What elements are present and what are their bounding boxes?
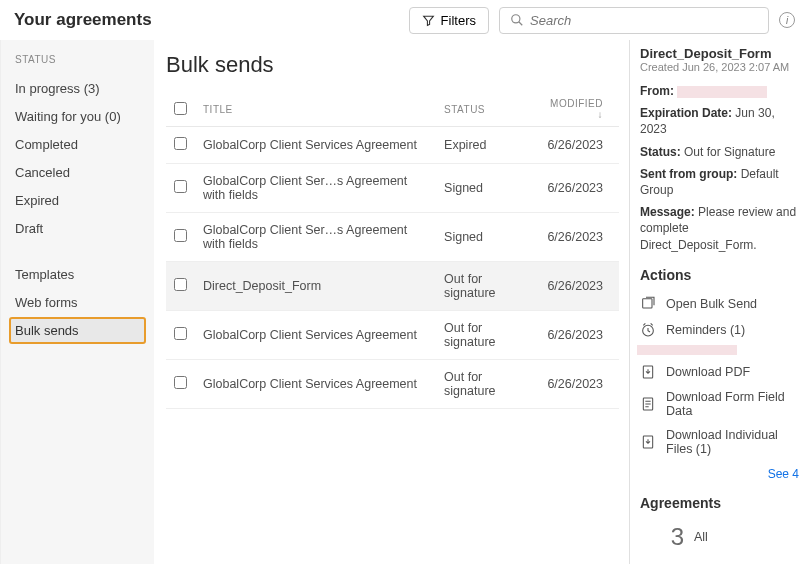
row-checkbox[interactable] bbox=[174, 278, 187, 291]
search-input[interactable] bbox=[530, 13, 758, 28]
row-status: Signed bbox=[436, 164, 534, 213]
col-modified[interactable]: MODIFIED↓ bbox=[534, 92, 619, 127]
action-download-form-data[interactable]: Download Form Field Data bbox=[640, 385, 799, 423]
clock-icon bbox=[640, 322, 656, 338]
row-modified: 6/26/2023 bbox=[534, 127, 619, 164]
row-title: Direct_Deposit_Form bbox=[195, 262, 436, 311]
search-icon bbox=[510, 13, 524, 27]
detail-message: Message: Please review and complete Dire… bbox=[640, 204, 799, 253]
col-title[interactable]: TITLE bbox=[195, 92, 436, 127]
row-checkbox[interactable] bbox=[174, 229, 187, 242]
action-download-individual[interactable]: Download Individual Files (1) bbox=[640, 423, 799, 461]
detail-expiration: Expiration Date: Jun 30, 2023 bbox=[640, 105, 799, 137]
page-title: Your agreements bbox=[14, 10, 409, 30]
row-modified: 6/26/2023 bbox=[534, 213, 619, 262]
sidebar-item-waiting[interactable]: Waiting for you (0) bbox=[9, 103, 146, 130]
search-box[interactable] bbox=[499, 7, 769, 34]
row-checkbox[interactable] bbox=[174, 137, 187, 150]
detail-status: Status: Out for Signature bbox=[640, 144, 799, 160]
actions-heading: Actions bbox=[640, 267, 799, 283]
col-status[interactable]: STATUS bbox=[436, 92, 534, 127]
table-row[interactable]: GlobalCorp Client Services AgreementExpi… bbox=[166, 127, 619, 164]
row-checkbox[interactable] bbox=[174, 180, 187, 193]
main-title: Bulk sends bbox=[166, 52, 619, 78]
action-reminders[interactable]: Reminders (1) bbox=[640, 317, 799, 343]
row-title: GlobalCorp Client Ser…s Agreement with f… bbox=[195, 213, 436, 262]
table-row[interactable]: GlobalCorp Client Services AgreementOut … bbox=[166, 311, 619, 360]
agreement-count-number: 3 bbox=[640, 523, 684, 551]
top-bar: Your agreements Filters i bbox=[0, 0, 809, 40]
detail-from: From: bbox=[640, 83, 799, 99]
redacted-action bbox=[637, 345, 737, 355]
agreement-count-label: All bbox=[694, 530, 708, 544]
sidebar-item-draft[interactable]: Draft bbox=[9, 215, 146, 242]
sidebar-item-webforms[interactable]: Web forms bbox=[9, 289, 146, 316]
sidebar-item-expired[interactable]: Expired bbox=[9, 187, 146, 214]
see-more-link[interactable]: See 4 bbox=[640, 467, 799, 481]
row-status: Out for signature bbox=[436, 311, 534, 360]
select-all-checkbox[interactable] bbox=[174, 102, 187, 115]
action-download-pdf[interactable]: Download PDF bbox=[640, 359, 799, 385]
row-title: GlobalCorp Client Ser…s Agreement with f… bbox=[195, 164, 436, 213]
table-row[interactable]: GlobalCorp Client Ser…s Agreement with f… bbox=[166, 213, 619, 262]
details-panel: Direct_Deposit_Form Created Jun 26, 2023… bbox=[629, 40, 809, 564]
svg-rect-1 bbox=[643, 298, 652, 307]
filter-icon bbox=[422, 14, 435, 27]
agreements-table: TITLE STATUS MODIFIED↓ GlobalCorp Client… bbox=[166, 92, 619, 409]
row-status: Expired bbox=[436, 127, 534, 164]
row-status: Signed bbox=[436, 213, 534, 262]
detail-title: Direct_Deposit_Form bbox=[640, 46, 799, 61]
sidebar-item-in-progress[interactable]: In progress (3) bbox=[9, 75, 146, 102]
sidebar-status-heading: STATUS bbox=[9, 54, 146, 65]
sidebar-item-canceled[interactable]: Canceled bbox=[9, 159, 146, 186]
sidebar-item-completed[interactable]: Completed bbox=[9, 131, 146, 158]
download-data-icon bbox=[640, 396, 656, 412]
row-title: GlobalCorp Client Services Agreement bbox=[195, 311, 436, 360]
table-row[interactable]: GlobalCorp Client Ser…s Agreement with f… bbox=[166, 164, 619, 213]
sidebar-item-bulksends[interactable]: Bulk sends bbox=[9, 317, 146, 344]
agreement-count-row[interactable]: 1In Progress bbox=[640, 555, 799, 564]
row-checkbox[interactable] bbox=[174, 327, 187, 340]
row-modified: 6/26/2023 bbox=[534, 360, 619, 409]
row-title: GlobalCorp Client Services Agreement bbox=[195, 127, 436, 164]
row-title: GlobalCorp Client Services Agreement bbox=[195, 360, 436, 409]
row-modified: 6/26/2023 bbox=[534, 311, 619, 360]
table-row[interactable]: GlobalCorp Client Services AgreementOut … bbox=[166, 360, 619, 409]
action-open-bulk-send[interactable]: Open Bulk Send bbox=[640, 291, 799, 317]
redacted-from bbox=[677, 86, 767, 98]
agreement-count-number: 1 bbox=[640, 559, 684, 564]
row-status: Out for signature bbox=[436, 262, 534, 311]
info-icon[interactable]: i bbox=[779, 12, 795, 28]
row-modified: 6/26/2023 bbox=[534, 262, 619, 311]
sidebar: STATUS In progress (3) Waiting for you (… bbox=[0, 40, 154, 564]
row-checkbox[interactable] bbox=[174, 376, 187, 389]
detail-created: Created Jun 26, 2023 2:07 AM bbox=[640, 61, 799, 73]
sort-arrow-icon: ↓ bbox=[598, 109, 604, 120]
table-row[interactable]: Direct_Deposit_FormOut for signature6/26… bbox=[166, 262, 619, 311]
download-files-icon bbox=[640, 434, 656, 450]
row-modified: 6/26/2023 bbox=[534, 164, 619, 213]
row-status: Out for signature bbox=[436, 360, 534, 409]
agreement-count-row[interactable]: 3All bbox=[640, 519, 799, 555]
svg-point-0 bbox=[512, 15, 520, 23]
main-content: Bulk sends TITLE STATUS MODIFIED↓ Global… bbox=[154, 40, 629, 564]
download-pdf-icon bbox=[640, 364, 656, 380]
open-icon bbox=[640, 296, 656, 312]
detail-group: Sent from group: Default Group bbox=[640, 166, 799, 198]
agreements-heading: Agreements bbox=[640, 495, 799, 511]
sidebar-item-templates[interactable]: Templates bbox=[9, 261, 146, 288]
filters-button[interactable]: Filters bbox=[409, 7, 489, 34]
